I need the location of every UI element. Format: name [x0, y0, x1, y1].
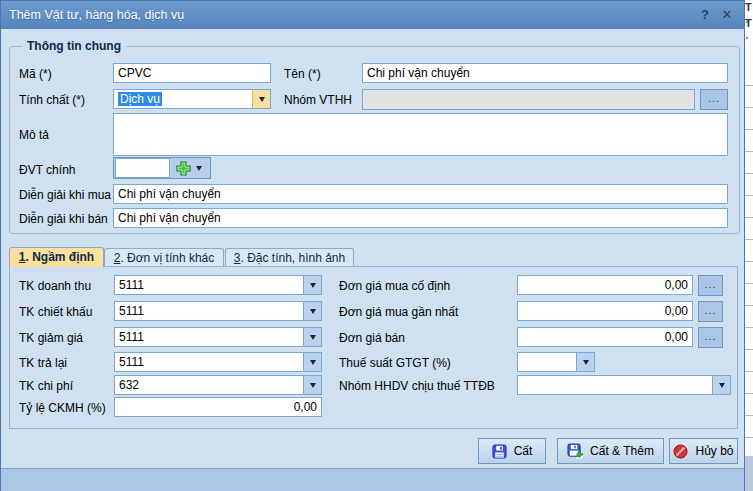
type-selected-value: Dịch vụ — [118, 92, 162, 106]
type-label: Tính chất (*) — [19, 93, 85, 107]
unit-label: ĐVT chính — [19, 163, 75, 177]
purchase-desc-input[interactable]: Chi phí vận chuyển — [113, 184, 728, 204]
group-vthh-browse-button[interactable]: ... — [700, 89, 728, 110]
add-item-dialog: Thêm Vật tư, hàng hóa, dịch vụ ? ✕ Thông… — [0, 0, 745, 491]
name-input[interactable]: Chi phí vận chuyển — [362, 63, 728, 83]
name-label: Tên (*) — [284, 67, 321, 81]
unit-input[interactable] — [115, 158, 170, 178]
save-and-add-icon — [567, 443, 583, 459]
close-icon[interactable]: ✕ — [718, 6, 736, 24]
cancel-button-label: Hủy bỏ — [695, 444, 733, 458]
add-unit-icon[interactable] — [176, 161, 191, 176]
cancel-icon — [673, 444, 688, 459]
save-icon — [492, 444, 507, 459]
dialog-titlebar[interactable]: Thêm Vật tư, hàng hóa, dịch vụ ? ✕ — [1, 1, 744, 29]
save-button-label: Cất — [514, 444, 533, 458]
save-button[interactable]: Cất — [478, 438, 546, 464]
unit-combobox[interactable] — [113, 157, 211, 179]
tab-label: . Đơn vị tính khác — [120, 251, 214, 265]
background-grid-lines — [745, 64, 753, 456]
description-label: Mô tả — [19, 128, 49, 142]
tab-accelerator: 1 — [19, 250, 26, 264]
tab-panel — [9, 266, 738, 429]
type-combobox[interactable]: Dịch vụ — [113, 89, 271, 109]
chevron-down-icon[interactable] — [252, 90, 270, 108]
background-window-strip: T T — [745, 0, 753, 491]
save-and-add-button[interactable]: Cất & Thêm — [557, 438, 664, 464]
background-clipped-text: T — [745, 17, 753, 41]
groupbox-legend: Thông tin chung — [22, 39, 126, 53]
dialog-footer-bar — [1, 468, 744, 491]
screen: T T Thêm Vật tư, hàng hóa, dịch vụ ? ✕ T… — [0, 0, 753, 491]
tab-don-vi-tinh-khac[interactable]: 2. Đơn vị tính khác — [104, 248, 224, 267]
sale-desc-input[interactable]: Chi phí vận chuyển — [113, 208, 728, 228]
group-vthh-label: Nhóm VTHH — [284, 93, 352, 107]
group-vthh-input — [362, 89, 695, 110]
sale-desc-label: Diễn giải khi bán — [19, 212, 108, 226]
code-input[interactable]: CPVC — [113, 63, 271, 83]
code-label: Mã (*) — [19, 67, 52, 81]
save-and-add-button-label: Cất & Thêm — [590, 444, 654, 458]
cancel-button[interactable]: Hủy bỏ — [669, 438, 738, 464]
dialog-title: Thêm Vật tư, hàng hóa, dịch vụ — [1, 8, 184, 22]
tab-ngam-dinh[interactable]: 1. Ngầm định — [9, 247, 104, 267]
tab-dac-tinh-hinh-anh[interactable]: 3. Đặc tính, hình ảnh — [225, 248, 354, 267]
description-textarea[interactable] — [113, 113, 728, 156]
tab-label: . Đặc tính, hình ảnh — [240, 251, 345, 265]
tab-label: . Ngầm định — [26, 250, 95, 264]
purchase-desc-label: Diễn giải khi mua — [19, 188, 111, 202]
help-icon[interactable]: ? — [696, 6, 714, 24]
chevron-down-icon[interactable] — [196, 166, 202, 171]
background-footer-block — [745, 456, 753, 491]
